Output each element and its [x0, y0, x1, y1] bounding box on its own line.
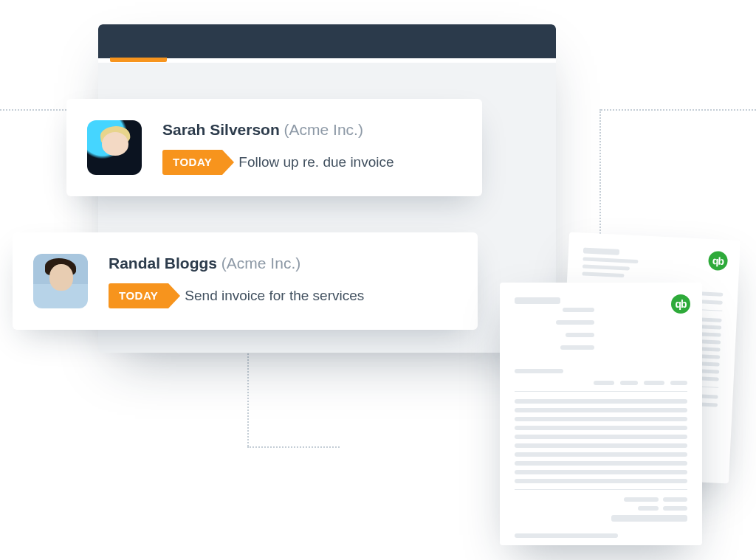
connector-line [247, 350, 249, 446]
date-badge: TODAY [109, 283, 168, 308]
task-title: Sarah Silverson (Acme Inc.) [162, 120, 461, 139]
app-titlebar [98, 24, 556, 58]
tab-strip [98, 58, 556, 63]
contact-company: (Acme Inc.) [284, 121, 363, 138]
invoice-document: qb [500, 283, 702, 545]
task-card-body: Sarah Silverson (Acme Inc.) TODAY Follow… [162, 120, 461, 174]
active-tab-indicator [110, 58, 167, 62]
task-card[interactable]: Randal Bloggs (Acme Inc.) TODAY Send inv… [13, 232, 478, 330]
avatar [33, 254, 88, 308]
quickbooks-icon: qb [708, 251, 728, 271]
task-description: Send invoice for the services [185, 288, 364, 304]
contact-company: (Acme Inc.) [221, 255, 300, 272]
task-title: Randal Bloggs (Acme Inc.) [109, 254, 457, 272]
connector-line [0, 109, 66, 111]
task-card[interactable]: Sarah Silverson (Acme Inc.) TODAY Follow… [66, 99, 482, 196]
contact-name: Sarah Silverson [162, 121, 280, 138]
task-row: TODAY Send invoice for the services [109, 283, 457, 308]
task-row: TODAY Follow up re. due invoice [162, 150, 461, 175]
connector-line [601, 109, 756, 111]
date-badge: TODAY [162, 150, 222, 175]
contact-name: Randal Bloggs [109, 255, 217, 272]
connector-line [247, 446, 340, 448]
avatar [87, 120, 142, 175]
quickbooks-icon: qb [671, 294, 690, 314]
task-card-body: Randal Bloggs (Acme Inc.) TODAY Send inv… [109, 254, 457, 308]
task-description: Follow up re. due invoice [238, 154, 394, 170]
